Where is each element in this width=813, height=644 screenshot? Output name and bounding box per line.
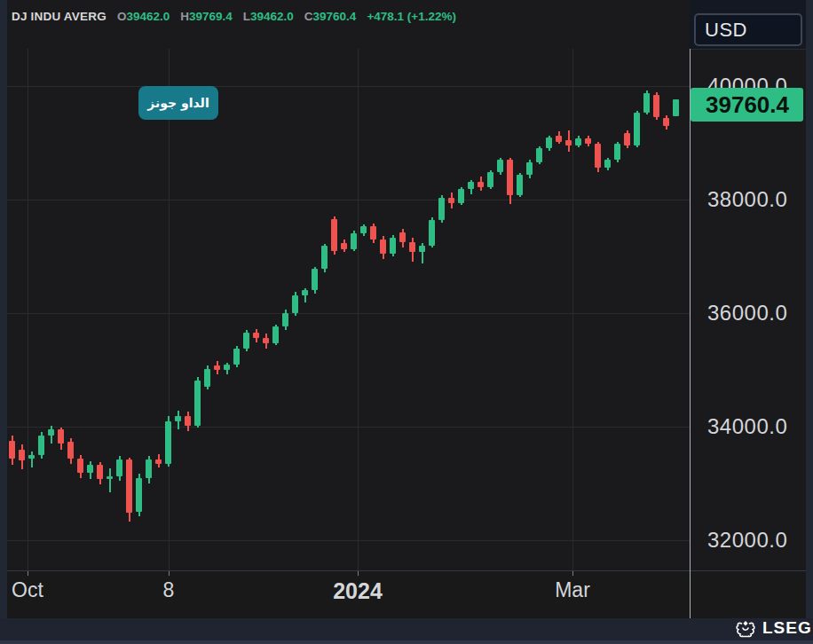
grid-line-horizontal <box>7 540 690 541</box>
candle-body <box>253 333 259 338</box>
candle-body <box>243 333 249 348</box>
candle-body <box>497 160 503 172</box>
candle-wick <box>31 452 33 467</box>
candle-body <box>224 365 230 370</box>
grid-line-vertical <box>358 49 359 570</box>
candle-body <box>175 416 181 420</box>
candle-body <box>517 175 523 194</box>
y-axis-tick-label: 36000.0 <box>707 301 807 326</box>
legend-close: C39760.4 <box>304 10 357 23</box>
x-axis-tick-label: Mar <box>510 578 635 602</box>
x-axis-tick-label: 8 <box>107 578 231 602</box>
grid-line-horizontal <box>7 200 690 200</box>
candle-body <box>380 240 386 254</box>
lseg-branding: LSEG <box>734 618 812 638</box>
candle-body <box>673 99 679 116</box>
candle-body <box>360 226 367 233</box>
candle-body <box>575 138 581 145</box>
candle-body <box>77 459 83 472</box>
candle-body <box>643 93 650 113</box>
candle-body <box>565 140 572 145</box>
instrument-name: DJ INDU AVERG <box>12 10 107 23</box>
candle-body <box>458 189 464 203</box>
candle-body <box>136 478 142 512</box>
last-price-value: 39760.4 <box>706 91 789 119</box>
candle-body <box>126 459 132 513</box>
candle-body <box>194 381 201 427</box>
candle-body <box>9 441 15 459</box>
candle-wick <box>109 468 111 491</box>
candle-body <box>604 160 611 167</box>
candle-body <box>321 246 328 269</box>
grid-line-vertical <box>169 49 170 570</box>
grid-line-horizontal <box>7 86 690 87</box>
legend-low: L39462.0 <box>243 10 294 23</box>
open-value: 39462.0 <box>126 10 170 23</box>
candle-body <box>146 459 152 478</box>
candle-body <box>409 242 415 252</box>
candle-body <box>341 243 347 248</box>
currency-label: USD <box>705 19 747 42</box>
high-value: 39769.4 <box>189 10 233 23</box>
x-axis-tick <box>358 571 359 576</box>
currency-selector[interactable]: USD <box>694 13 802 46</box>
candle-body <box>116 459 122 476</box>
candle-body <box>370 226 376 240</box>
y-axis-tick-label: 38000.0 <box>707 187 807 212</box>
candle-body <box>653 95 659 117</box>
change-value: +478.1 (+1.22%) <box>367 10 456 23</box>
candle-body <box>468 182 474 189</box>
legend-open: O39462.0 <box>117 10 170 23</box>
candle-body <box>292 295 298 313</box>
candle-body <box>87 465 93 473</box>
candle-body <box>478 182 484 187</box>
ohlc-legend: DJ INDU AVERG O39462.0 H39769.4 L39462.0… <box>12 10 456 23</box>
candle-body <box>419 246 425 251</box>
candle-body <box>526 162 533 176</box>
last-price-tag: 39760.4 <box>691 88 803 122</box>
candle-body <box>595 144 601 168</box>
candle-body <box>448 198 454 203</box>
x-axis-tick <box>28 571 28 576</box>
candle-body <box>155 459 162 463</box>
low-value: 39462.0 <box>250 10 294 23</box>
candle-body <box>38 436 44 455</box>
candle-body <box>97 465 103 479</box>
high-label: H <box>180 10 189 23</box>
candle-body <box>28 455 35 459</box>
x-axis-tick-label: Oct <box>0 578 90 602</box>
lseg-crest-icon <box>734 618 757 638</box>
candle-body <box>214 365 220 370</box>
candle-body <box>48 429 54 436</box>
candle-body <box>429 220 435 246</box>
candle-body <box>282 313 288 326</box>
candle-body <box>312 269 318 290</box>
candle-body <box>185 416 191 426</box>
candle-body <box>634 113 640 145</box>
candle-body <box>390 238 396 254</box>
candle-body <box>19 450 25 461</box>
candle-body <box>624 133 630 145</box>
x-axis-tick-label: 2024 <box>296 578 420 604</box>
open-label: O <box>117 10 127 23</box>
candle-body <box>58 429 64 444</box>
candle-body <box>507 160 513 195</box>
grid-line-horizontal <box>7 313 690 314</box>
y-axis-tick-label: 34000.0 <box>707 414 807 439</box>
price-axis-line[interactable] <box>690 49 691 618</box>
candle-body <box>487 172 493 187</box>
grid-line-vertical <box>572 49 573 570</box>
candle-body <box>107 476 113 479</box>
lseg-logo-text: LSEG <box>762 618 812 638</box>
candle-body <box>614 144 620 161</box>
candle-body <box>438 198 445 220</box>
instrument-tooltip: الداو جونز <box>138 86 218 120</box>
candle-body <box>204 369 210 387</box>
candle-body <box>585 138 591 144</box>
tooltip-text: الداو جونز <box>147 96 209 110</box>
candle-body <box>536 148 542 161</box>
grid-line-horizontal <box>7 427 690 428</box>
x-axis-tick <box>572 571 573 576</box>
candle-body <box>233 349 240 365</box>
y-axis-tick-label: 32000.0 <box>707 528 807 553</box>
